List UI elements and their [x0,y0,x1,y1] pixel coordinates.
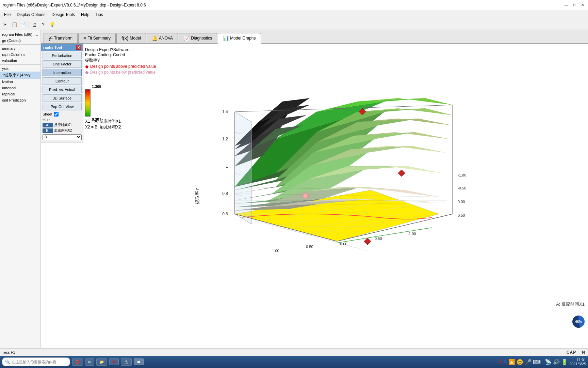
tab-content: raphs Tool ✕ Perturbation One Factor Int… [41,44,588,348]
tray-battery-icon[interactable]: 🔋 [561,359,568,365]
tray-emoji-icon[interactable]: 😊 [517,359,523,365]
graphs-tool-close-button[interactable]: ✕ [76,45,81,50]
tray-keyboard-icon[interactable]: ⌨ [533,359,541,365]
taskbar-button-record[interactable]: ⏺ [134,358,144,365]
sidebar-item-coded[interactable]: gn (Coded) [0,37,40,44]
svg-text:-1.00: -1.00 [458,173,466,177]
tab-diagnostics-label: Diagnostics [191,36,212,41]
search-bar[interactable]: 🔍 [2,357,70,366]
taskbar-button-design[interactable]: 🔬 [121,358,132,366]
tab-diagnostics[interactable]: 📈 Diagnostics [179,33,217,43]
tray-mic-icon[interactable]: 🎤 [525,359,532,365]
sidebar-sep-2 [0,64,40,65]
menu-display-options[interactable]: Display Options [14,12,48,18]
toolbar-cut[interactable]: ✂ [1,20,10,29]
tab-anova[interactable]: 🔔 ANOVA [147,33,178,43]
svg-text:-0.50: -0.50 [373,236,382,241]
sheet-controls: Sheet [43,112,82,117]
search-icon: 🔍 [5,359,10,364]
status-bar: ress F1 CAP N [0,348,588,356]
interaction-button[interactable]: Interaction [43,69,82,76]
graphs-tool-title: raphs Tool [43,45,62,49]
sidebar-item-file[interactable]: rogram Files (x86)..dxp [0,31,40,37]
taskbar-button-w[interactable]: W [109,358,119,365]
cap-label: CAP N [567,350,585,355]
close-button[interactable]: ✕ [580,2,585,8]
main-area: rogram Files (x86)..dxp gn (Coded) ummar… [0,30,588,348]
tab-model[interactable]: f(x) Model [116,33,146,43]
pop-out-view-button[interactable]: Pop-Out View [43,103,82,110]
sidebar-item-numerical[interactable]: umerical [0,85,40,91]
default-label: fault [43,118,82,122]
menu-file[interactable]: File [1,12,13,18]
diamond-pink-icon: ◆ [85,70,89,75]
taskbar-button-grid[interactable]: ⊞ [85,358,94,366]
y-axis-label: 提取率Y [194,188,200,204]
sheet-checkbox[interactable] [54,112,59,117]
tab-model-label: Model [130,36,141,41]
toolbar-print[interactable]: 🖨 [30,20,38,29]
tray-volume-icon[interactable]: 🔊 [553,359,560,365]
toolbar-help[interactable]: ? [39,20,47,29]
tray-s-icon[interactable]: S [499,359,502,365]
clock[interactable]: 11:01 2021/3/25 [569,358,586,366]
sidebar-item-summary[interactable]: ummary [0,45,40,51]
factor-b-row: B: 加减体积X2 [43,128,82,133]
anova-icon: 🔔 [152,35,158,41]
axis-select[interactable]: B A [43,134,82,140]
toolbar-paste[interactable]: 📄 [19,20,27,29]
window-controls: — □ ✕ [564,2,585,8]
sidebar-item-point-prediction[interactable]: oint Prediction [0,97,40,103]
taskbar-button-folder[interactable]: 📁 [96,358,107,366]
model-graphs-icon: 📊 [223,35,229,41]
tray-network-icon[interactable]: 📡 [545,359,552,365]
3d-surface-button[interactable]: 3D Surface [43,94,82,102]
fit-summary-icon: ≡ [83,35,86,41]
toolbar-light[interactable]: 💡 [48,20,56,29]
sidebar-item-ization[interactable]: ization [0,79,40,85]
svg-text:0.6: 0.6 [222,212,228,216]
svg-text:-1.00: -1.00 [407,232,416,236]
right-panel: y¹ Transform ≡ Fit Summary f(x) Model 🔔 … [41,30,588,348]
contour-button[interactable]: Contour [43,77,82,85]
svg-text:1.00: 1.00 [272,249,279,253]
search-input[interactable] [12,360,66,364]
sidebar-item-graph-columns[interactable]: raph Columns [0,51,40,58]
sidebar-item-extract-rate[interactable]: 1:提取率Y (Analy [0,72,40,79]
menu-design-tools[interactable]: Design Tools [49,12,77,18]
progress-circle[interactable]: 46% [572,316,585,328]
pred-vs-actual-button[interactable]: Pred. vs. Actual [43,86,82,93]
perturbation-button[interactable]: Perturbation [43,52,82,59]
svg-text:1: 1 [226,164,228,169]
tray-up-icon[interactable]: 🔼 [508,359,515,365]
svg-text:0.00: 0.00 [340,242,347,246]
one-factor-button[interactable]: One Factor [43,60,82,68]
taskbar-button-o[interactable]: ⭕ [72,358,83,366]
svg-marker-59 [235,112,252,224]
tray-a-icon[interactable]: A [503,359,507,365]
response-line: 提取率Y [85,58,156,63]
system-tray: S A 🔼 😊 🎤 ⌨ 📡 🔊 🔋 11:01 2021/3/25 [499,358,586,366]
model-icon: f(x) [121,35,128,41]
tab-fit-summary[interactable]: ≡ Fit Summary [78,33,116,43]
svg-text:1.4: 1.4 [222,109,228,114]
tab-transform[interactable]: y¹ Transform [44,33,78,43]
sidebar-item-graphical[interactable]: raphical [0,91,40,97]
maximize-button[interactable]: □ [572,2,577,8]
toolbar-copy[interactable]: 📋 [10,20,18,29]
menu-tips[interactable]: Tips [93,12,106,18]
legend-above-text: Design points above predicted value [90,64,156,69]
tab-model-graphs[interactable]: 📊 Model Graphs [218,33,261,44]
app-container: rogram Files (x86)\Design-Expert.V8.0.6.… [0,0,588,368]
minimize-button[interactable]: — [564,2,569,8]
tab-model-graphs-label: Model Graphs [230,36,256,41]
x1-equation: X1 = A: 反应时间X1 [85,119,121,124]
menu-bar: File Display Options Design Tools Help T… [0,10,588,19]
toolbar-separator-1 [29,21,29,28]
sidebar-item-analysis[interactable]: ysis [0,65,40,72]
factor-coding-line: Factor Coding: Coded [85,52,156,57]
factor-equations: X1 = A: 反应时间X1 X2 = B: 加减体积X2 [85,119,121,130]
menu-help[interactable]: Help [78,12,92,18]
sidebar-item-evaluation[interactable]: valuation [0,58,40,64]
sheet-label: Sheet [43,112,52,116]
